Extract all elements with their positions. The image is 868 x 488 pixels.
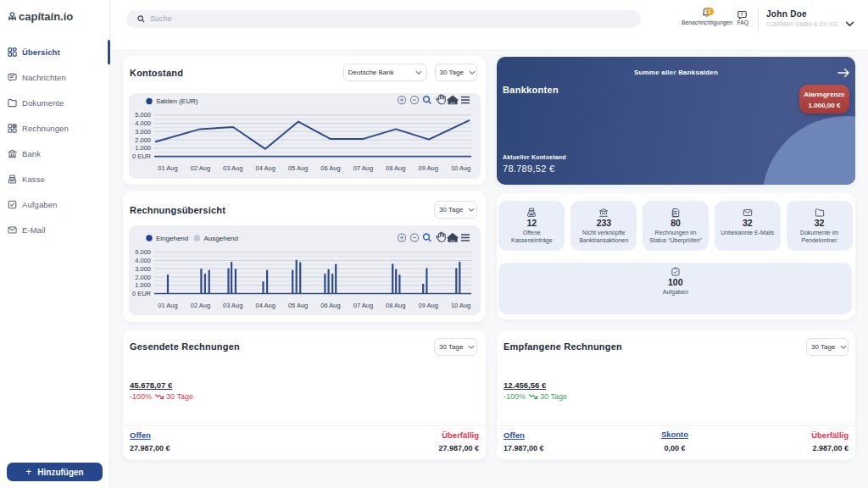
svg-text:08 Aug: 08 Aug [386, 302, 405, 309]
svg-text:5.000: 5.000 [135, 111, 151, 119]
svg-text:03 Aug: 03 Aug [223, 302, 242, 309]
svg-text:10 Aug: 10 Aug [451, 302, 470, 309]
svg-text:09 Aug: 09 Aug [419, 302, 438, 309]
svg-text:5.000: 5.000 [135, 248, 151, 256]
svg-text:04 Aug: 04 Aug [256, 164, 275, 172]
svg-text:09 Aug: 09 Aug [419, 164, 438, 172]
svg-text:1.000: 1.000 [135, 281, 151, 289]
svg-text:0 EUR: 0 EUR [132, 152, 152, 160]
svg-text:10 Aug: 10 Aug [451, 164, 470, 172]
svg-text:Salden (EUR): Salden (EUR) [156, 97, 198, 105]
svg-text:01 Aug: 01 Aug [158, 164, 177, 172]
svg-text:01 Aug: 01 Aug [158, 302, 177, 309]
svg-text:?: ? [740, 12, 743, 17]
svg-text:4.000: 4.000 [135, 257, 151, 264]
svg-text:02 Aug: 02 Aug [191, 302, 210, 309]
svg-text:Ausgehend: Ausgehend [204, 235, 238, 242]
svg-text:06 Aug: 06 Aug [320, 164, 340, 172]
svg-text:0 EUR: 0 EUR [132, 290, 152, 297]
svg-text:08 Aug: 08 Aug [386, 164, 405, 172]
svg-text:07 Aug: 07 Aug [353, 302, 373, 309]
svg-text:03 Aug: 03 Aug [223, 164, 242, 172]
svg-text:05 Aug: 05 Aug [288, 164, 308, 172]
svg-text:4.000: 4.000 [135, 119, 151, 127]
svg-text:3.000: 3.000 [135, 128, 151, 136]
svg-text:2.000: 2.000 [135, 274, 151, 281]
svg-text:04 Aug: 04 Aug [256, 302, 275, 309]
svg-text:06 Aug: 06 Aug [320, 302, 340, 309]
svg-text:05 Aug: 05 Aug [288, 302, 308, 309]
svg-text:3.000: 3.000 [135, 265, 151, 273]
svg-text:02 Aug: 02 Aug [191, 164, 210, 172]
svg-text:2.000: 2.000 [135, 136, 151, 144]
svg-text:Eingehend: Eingehend [156, 235, 188, 242]
svg-text:07 Aug: 07 Aug [353, 164, 373, 172]
svg-text:1.000: 1.000 [135, 144, 151, 152]
